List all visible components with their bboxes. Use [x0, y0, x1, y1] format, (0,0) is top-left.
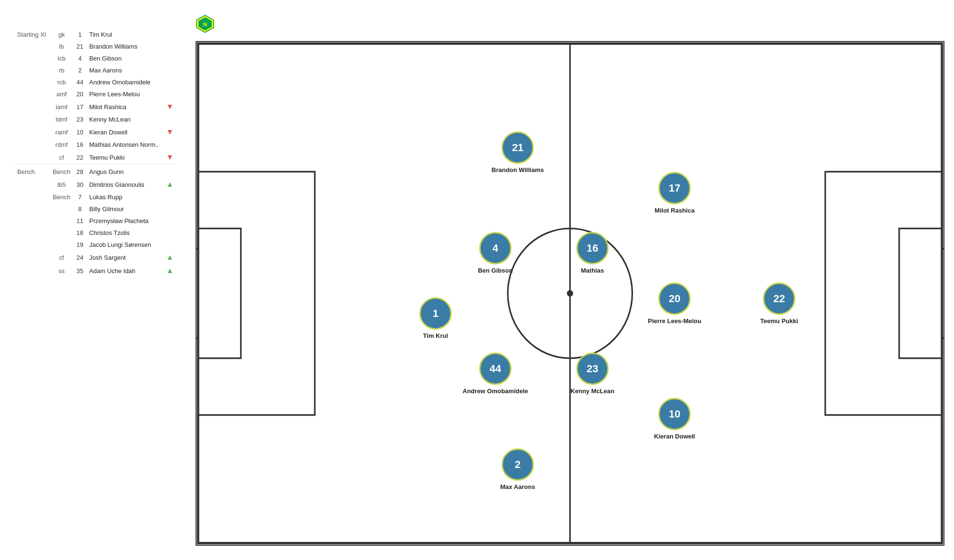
left-panel: Starting XIgk1Tim Krullb21Brandon Willia…	[0, 0, 191, 560]
arrow-up-icon: ▲	[166, 180, 174, 188]
player-icon	[163, 29, 176, 41]
player-circle: 20	[658, 282, 691, 315]
player-section	[14, 264, 50, 277]
player-icon	[163, 227, 176, 239]
player-name: Kieran Dowell	[86, 125, 163, 139]
table-row: Bench7Lukas Rupp	[14, 191, 176, 203]
player-name: Billy Gilmour	[86, 203, 163, 215]
pitch-player: 21Brandon Williams	[492, 132, 544, 174]
player-number: 44	[73, 76, 86, 88]
player-position: ss	[50, 264, 73, 277]
table-row: lb530Dimitrios Giannoulis▲	[14, 178, 176, 191]
player-section	[14, 113, 50, 125]
player-number: 1	[73, 29, 86, 41]
table-row: amf20Pierre Lees-Melou	[14, 88, 176, 100]
player-position: rb	[50, 64, 73, 76]
player-icon	[163, 76, 176, 88]
player-icon	[163, 191, 176, 203]
pitch-player: 4Ben Gibson	[478, 232, 513, 275]
player-name: Teemu Pukki	[86, 151, 163, 164]
player-number: 28	[73, 164, 86, 178]
player-number: 2	[73, 64, 86, 76]
pitch-player: 10Kieran Dowell	[654, 398, 695, 440]
player-circle: 22	[763, 282, 795, 315]
player-section	[14, 191, 50, 203]
player-icon	[163, 164, 176, 178]
player-section: Bench	[14, 164, 50, 178]
player-position: lamf	[50, 100, 73, 113]
pitch-player: 16Mathias	[576, 232, 609, 275]
player-name-label: Pierre Lees-Melou	[648, 317, 701, 325]
lineup-table: Starting XIgk1Tim Krullb21Brandon Willia…	[14, 29, 176, 277]
player-position: rdmf	[50, 139, 73, 151]
player-icon: ▼	[163, 125, 176, 139]
svg-point-6	[567, 290, 573, 297]
svg-rect-12	[942, 249, 944, 338]
player-name: Milot Rashica	[86, 100, 163, 113]
table-row: ramf10Kieran Dowell▼	[14, 125, 176, 139]
player-circle: 21	[501, 132, 534, 164]
player-circle: 10	[658, 398, 691, 430]
pitch-player: 23Kenny McLean	[570, 353, 614, 395]
player-name-label: Kenny McLean	[570, 387, 614, 395]
pitch-player: 1Tim Krul	[419, 297, 452, 340]
player-position: lcb	[50, 52, 73, 64]
table-row: lcb4Ben Gibson	[14, 52, 176, 64]
player-name: Tim Krul	[86, 29, 163, 41]
player-section	[14, 139, 50, 151]
player-circle: 17	[658, 172, 691, 204]
player-number: 30	[73, 178, 86, 191]
player-name: Pierre Lees-Melou	[86, 88, 163, 100]
player-name: Ben Gibson	[86, 52, 163, 64]
player-name: Jacob Lungi Sørensen	[86, 239, 163, 251]
player-number: 19	[73, 239, 86, 251]
arrow-up-icon: ▲	[166, 266, 174, 275]
table-row: BenchBench28Angus Gunn	[14, 164, 176, 178]
arrow-down-icon: ▼	[166, 128, 174, 136]
table-row: 19Jacob Lungi Sørensen	[14, 239, 176, 251]
player-number: 21	[73, 41, 86, 52]
player-section	[14, 239, 50, 251]
player-position: rcb	[50, 76, 73, 88]
player-position: amf	[50, 88, 73, 100]
table-row: cf24Josh Sargent▲	[14, 251, 176, 264]
player-position	[50, 203, 73, 215]
player-section: Starting XI	[14, 29, 50, 41]
player-name-label: Mathias	[581, 267, 604, 275]
player-name-label: Brandon Williams	[492, 166, 544, 174]
player-name-label: Andrew Omobamidele	[463, 387, 528, 395]
table-row: 8Billy Gilmour	[14, 203, 176, 215]
pitch-header: N	[196, 14, 944, 33]
player-section	[14, 178, 50, 191]
player-circle: 1	[419, 297, 452, 330]
player-number: 10	[73, 125, 86, 139]
player-position: Bench	[50, 164, 73, 178]
player-section	[14, 64, 50, 76]
svg-rect-11	[197, 249, 198, 338]
table-row: 18Christos Tzolis	[14, 227, 176, 239]
svg-rect-3	[198, 43, 942, 543]
svg-rect-9	[825, 172, 942, 415]
player-name: Lukas Rupp	[86, 191, 163, 203]
player-name: Dimitrios Giannoulis	[86, 178, 163, 191]
svg-rect-7	[198, 172, 315, 415]
player-section	[14, 251, 50, 264]
svg-text:N: N	[203, 21, 207, 27]
table-row: rdmf16Mathias Antonsen Norm..	[14, 139, 176, 151]
player-circle: 16	[576, 232, 609, 265]
player-number: 16	[73, 139, 86, 151]
player-name-label: Milot Rashica	[654, 206, 695, 214]
pitch-player: 17Milot Rashica	[654, 172, 695, 214]
player-name: Przemysław Płacheta	[86, 215, 163, 227]
player-icon: ▲	[163, 264, 176, 277]
pitch-wrapper: 21Brandon Williams17Milot Rashica4Ben Gi…	[196, 41, 944, 546]
player-position	[50, 215, 73, 227]
player-icon: ▼	[163, 100, 176, 113]
table-row: lamf17Milot Rashica▼	[14, 100, 176, 113]
player-name: Adam Uche Idah	[86, 264, 163, 277]
player-name-label: Kieran Dowell	[654, 433, 695, 440]
player-number: 18	[73, 227, 86, 239]
player-icon	[163, 41, 176, 52]
player-icon	[163, 113, 176, 125]
player-position	[50, 227, 73, 239]
